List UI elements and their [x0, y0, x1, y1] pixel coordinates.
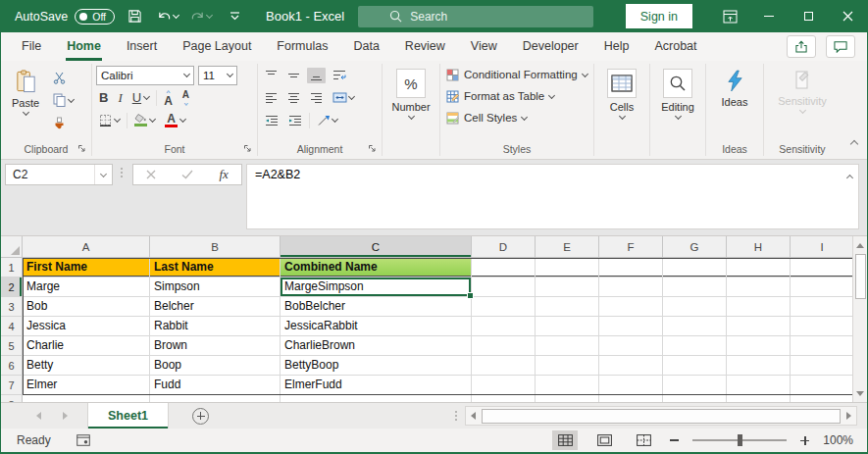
tab-insert[interactable]: Insert [114, 32, 170, 61]
cell-C3[interactable]: BobBelcher [281, 297, 472, 317]
cell-B6[interactable]: Boop [150, 356, 281, 376]
zoom-slider-handle[interactable] [738, 434, 742, 446]
cell-D4[interactable] [472, 317, 536, 336]
cell-I4[interactable] [791, 317, 854, 336]
cell-A8[interactable] [23, 395, 150, 402]
cell-A2[interactable]: Marge [23, 277, 150, 297]
increase-indent-button[interactable] [285, 113, 305, 128]
cell-A7[interactable]: Elmer [23, 376, 150, 395]
cell-G4[interactable] [663, 317, 727, 336]
cell-I2[interactable] [791, 277, 854, 297]
cell-C4[interactable]: JessicaRabbit [281, 317, 472, 336]
cell-E6[interactable] [536, 356, 599, 376]
autosave-pill[interactable]: Off [75, 9, 115, 25]
editing-button[interactable]: Editing [654, 64, 701, 119]
format-as-table-dropdown-icon[interactable] [548, 91, 555, 98]
sign-in-button[interactable]: Sign in [626, 4, 692, 28]
font-color-button[interactable]: A [162, 111, 188, 130]
cell-H4[interactable] [727, 317, 791, 336]
undo-dropdown-icon[interactable] [173, 12, 179, 19]
column-header-B[interactable]: B [150, 236, 281, 258]
page-break-preview-button[interactable] [631, 430, 656, 450]
name-box-dropdown[interactable] [94, 165, 112, 184]
cell-F6[interactable] [599, 356, 663, 376]
underline-button[interactable]: U [129, 88, 152, 108]
tab-home[interactable]: Home [54, 32, 114, 61]
cell-I8[interactable] [791, 395, 854, 402]
cell-G2[interactable] [663, 277, 727, 297]
merge-center-button[interactable] [330, 90, 357, 105]
column-header-E[interactable]: E [536, 236, 599, 258]
cell-I7[interactable] [791, 376, 854, 395]
select-all-button[interactable] [1, 236, 23, 258]
copy-button[interactable] [50, 90, 77, 110]
cell-F8[interactable] [599, 395, 663, 402]
column-header-I[interactable]: I [791, 236, 854, 258]
cell-F1[interactable] [599, 258, 663, 277]
paste-button[interactable]: Paste [5, 64, 46, 132]
cell-I6[interactable] [791, 356, 854, 376]
collapse-ribbon-button[interactable] [851, 133, 857, 151]
number-format-button[interactable]: % Number [386, 64, 435, 119]
row-header-7[interactable]: 7 [1, 376, 23, 395]
cell-G5[interactable] [663, 336, 727, 356]
copy-dropdown-icon[interactable] [68, 95, 75, 102]
cell-I5[interactable] [791, 336, 854, 356]
cell-E1[interactable] [536, 258, 599, 277]
borders-button[interactable] [96, 111, 123, 130]
cell-D6[interactable] [472, 356, 536, 376]
zoom-out-button[interactable] [670, 439, 679, 441]
cell-D7[interactable] [472, 376, 536, 395]
cell-H3[interactable] [727, 297, 791, 317]
row-header-2[interactable]: 2 [1, 277, 23, 297]
cell-G6[interactable] [663, 356, 727, 376]
row-header-6[interactable]: 6 [1, 356, 23, 376]
cell-F2[interactable] [599, 277, 663, 297]
tab-view[interactable]: View [458, 32, 510, 61]
tab-file[interactable]: File [9, 32, 54, 61]
font-size-dropdown-icon[interactable] [227, 71, 233, 77]
column-header-A[interactable]: A [23, 236, 150, 258]
row-header-5[interactable]: 5 [1, 336, 23, 356]
quick-access-customize-button[interactable] [221, 4, 248, 29]
new-sheet-button[interactable] [192, 408, 209, 425]
cell-D5[interactable] [472, 336, 536, 356]
cell-C2[interactable]: MargeSimpson [281, 277, 472, 297]
cell-G7[interactable] [663, 376, 727, 395]
cell-E5[interactable] [536, 336, 599, 356]
cell-F3[interactable] [599, 297, 663, 317]
prev-sheet-button[interactable] [36, 412, 41, 420]
search-box[interactable]: Search [358, 6, 593, 27]
cell-G3[interactable] [663, 297, 727, 317]
tab-help[interactable]: Help [591, 32, 642, 61]
cancel-button[interactable] [146, 166, 156, 183]
font-size-combo[interactable]: 11 [198, 66, 237, 85]
font-dialog-launcher[interactable] [243, 143, 252, 155]
scroll-down-button[interactable] [853, 384, 867, 402]
tab-formulas[interactable]: Formulas [264, 32, 340, 61]
decrease-font-size-button[interactable]: A^ [179, 88, 192, 108]
cell-D2[interactable] [472, 277, 536, 297]
editing-dropdown-icon[interactable] [674, 113, 681, 120]
fill-color-dropdown-icon[interactable] [149, 116, 156, 123]
save-button[interactable] [121, 4, 148, 29]
font-color-dropdown-icon[interactable] [179, 116, 186, 123]
next-sheet-button[interactable] [63, 412, 68, 420]
cell-H5[interactable] [727, 336, 791, 356]
scroll-right-button[interactable] [842, 407, 856, 425]
cell-B2[interactable]: Simpson [150, 277, 281, 297]
increase-font-size-button[interactable]: ^A [161, 88, 176, 108]
autosave-toggle[interactable]: AutoSave Off [15, 9, 115, 25]
top-align-button[interactable] [262, 68, 281, 83]
name-box[interactable]: C2 [5, 164, 113, 185]
underline-dropdown-icon[interactable] [143, 93, 150, 100]
normal-view-button[interactable] [552, 430, 578, 450]
redo-button[interactable] [187, 4, 215, 29]
format-as-table-button[interactable]: Format as Table [444, 85, 589, 107]
cell-H6[interactable] [727, 356, 791, 376]
cell-I3[interactable] [791, 297, 854, 317]
column-header-H[interactable]: H [727, 236, 791, 258]
cell-G8[interactable] [663, 395, 727, 402]
scroll-left-button[interactable] [466, 407, 481, 425]
bottom-align-button[interactable] [307, 68, 326, 83]
